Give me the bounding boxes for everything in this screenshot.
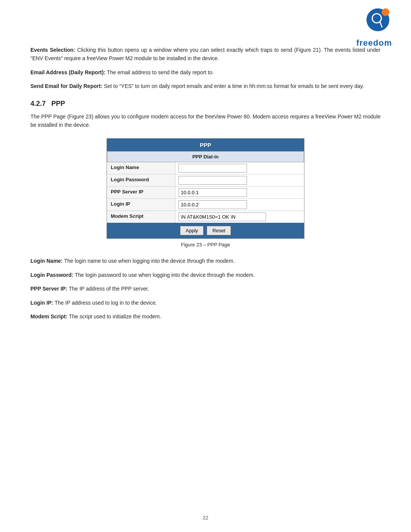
ppp-server-ip-label: PPP Server IP (107, 187, 175, 198)
ppp-server-ip-desc-label: PPP Server IP: (30, 286, 67, 292)
email-address-paragraph: Email Address (Daily Report): The email … (30, 68, 381, 77)
events-selection-paragraph: Events Selection: Clicking this button o… (30, 46, 381, 63)
login-name-input[interactable] (178, 164, 247, 173)
login-password-input[interactable] (178, 176, 247, 185)
login-password-value (175, 174, 304, 186)
figure-caption: Figure 23 – PPP Page (181, 242, 230, 248)
login-ip-desc-label: Login IP: (30, 300, 53, 306)
main-content: Events Selection: Clicking this button o… (30, 46, 381, 321)
modem-script-desc-label: Modem Script: (30, 313, 67, 320)
modem-script-desc-text: The script used to initialize the modem. (69, 313, 161, 320)
reset-button[interactable]: Reset (207, 226, 231, 235)
login-name-desc-text: The login name to use when logging into … (64, 258, 234, 264)
table-row: PPP Server IP (107, 187, 304, 199)
ppp-buttons-row: Apply Reset (107, 223, 304, 238)
figure-container: PPP PPP Dial-in Login Name Login Passwor… (107, 138, 304, 248)
ppp-rows-area: Login Name Login Password (107, 162, 304, 223)
login-password-description: Login Password: The login password to us… (30, 271, 381, 279)
login-ip-description: Login IP: The IP address used to log in … (30, 299, 381, 307)
login-name-value (175, 162, 304, 174)
page-number: 22 (203, 515, 208, 521)
login-ip-label: Login IP (107, 199, 175, 211)
section-title: PPP (51, 100, 65, 107)
send-email-label: Send Email for Daily Report: (30, 83, 102, 89)
login-name-label: Login Name (107, 162, 175, 174)
ppp-server-ip-description: PPP Server IP: The IP address of the PPP… (30, 284, 381, 293)
table-row: Login Name (107, 162, 304, 174)
send-email-paragraph: Send Email for Daily Report: Set to “YES… (30, 82, 381, 90)
login-name-desc-label: Login Name: (30, 258, 63, 264)
login-ip-desc-text: The IP address used to log in to the dev… (55, 300, 157, 306)
login-password-desc-text: The login password to use when logging i… (75, 272, 255, 278)
modem-script-label: Modem Script (107, 211, 175, 223)
modem-script-value (175, 211, 304, 223)
svg-point-1 (382, 8, 389, 16)
table-row: Modem Script (107, 211, 304, 223)
section-number: 4.2.7 (30, 100, 46, 107)
ppp-table-header: PPP (107, 139, 304, 151)
table-row: Login IP (107, 199, 304, 211)
page: freedom Events Selection: Clicking this … (0, 0, 411, 532)
email-address-label: Email Address (Daily Report): (30, 69, 105, 75)
ppp-intro-paragraph: The PPP Page (Figure 23) allows you to c… (30, 112, 381, 129)
send-email-text: Set to “YES” to turn on daily report ema… (104, 83, 364, 89)
section-heading: 4.2.7 PPP (30, 100, 381, 108)
login-name-description: Login Name: The login name to use when l… (30, 257, 381, 265)
modem-script-description: Modem Script: The script used to initial… (30, 312, 381, 321)
freedom-logo-icon (357, 8, 391, 36)
ppp-server-ip-value (175, 187, 304, 198)
events-selection-label: Events Selection: (30, 47, 75, 53)
ppp-server-ip-desc-text: The IP address of the PPP server. (69, 286, 149, 292)
email-address-text: The email address to send the daily repo… (107, 69, 214, 75)
logo-area: freedom (356, 8, 392, 48)
ppp-table: PPP PPP Dial-in Login Name Login Passwor… (107, 138, 304, 239)
brand-name: freedom (356, 38, 392, 48)
login-ip-input[interactable] (178, 200, 247, 209)
login-password-label: Login Password (107, 174, 175, 186)
events-selection-text: Clicking this button opens up a window w… (30, 47, 381, 61)
modem-script-input[interactable] (178, 212, 266, 221)
apply-button[interactable]: Apply (180, 226, 204, 235)
table-row: Login Password (107, 174, 304, 187)
login-ip-value (175, 199, 304, 211)
login-password-desc-label: Login Password: (30, 272, 73, 278)
ppp-server-ip-input[interactable] (178, 188, 247, 197)
ppp-section-header: PPP Dial-in (107, 151, 304, 162)
